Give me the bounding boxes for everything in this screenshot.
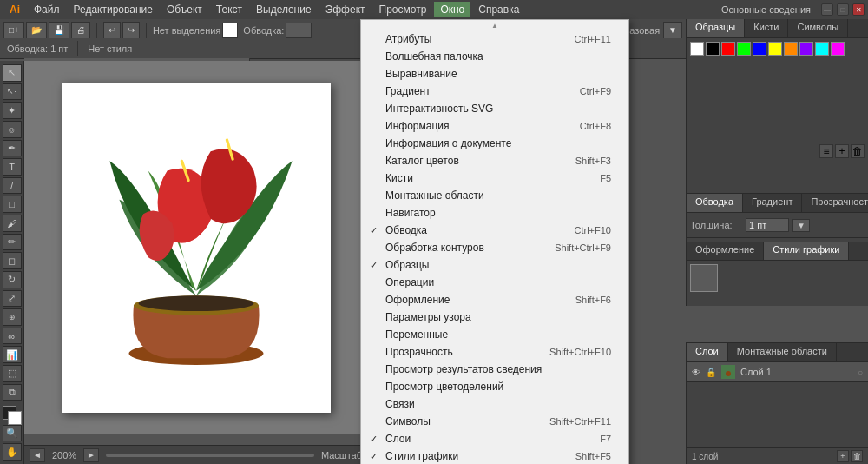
print-button[interactable]: 🖨 [71, 22, 90, 39]
rect-tool[interactable]: □ [3, 196, 22, 213]
pen-tool[interactable]: ✒ [3, 140, 22, 157]
color-swatches[interactable] [3, 406, 22, 422]
swatch-white[interactable] [690, 42, 704, 56]
scale-tool[interactable]: ⤢ [3, 290, 22, 308]
background-color[interactable] [8, 411, 22, 425]
menu-item-brushes[interactable]: Кисти F5 [361, 169, 628, 187]
delete-layer-button[interactable]: 🗑 [851, 450, 863, 462]
tab-obrazcy[interactable]: Образцы [687, 19, 745, 37]
menu-item-graphic-styles[interactable]: Стили графики Shift+F5 [361, 447, 628, 464]
close-button[interactable]: ✕ [852, 3, 865, 16]
menu-item-docinfo[interactable]: Информация о документе [361, 135, 628, 152]
menu-edit[interactable]: Редактирование [68, 2, 159, 17]
tab-layers[interactable]: Слои [687, 343, 728, 361]
new-layer-button[interactable]: + [837, 450, 849, 462]
menu-item-attributes[interactable]: Атрибуты Ctrl+F11 [361, 30, 628, 48]
thickness-dropdown[interactable]: ▼ [792, 219, 810, 232]
menu-item-info[interactable]: Информация Ctrl+F8 [361, 117, 628, 135]
menu-item-magic-wand[interactable]: Волшебная палочка [361, 48, 628, 65]
layer-lock-icon[interactable]: 🔒 [706, 368, 716, 377]
menu-item-separation[interactable]: Просмотр цветоделений [361, 378, 628, 395]
zoom-tool[interactable]: 🔍 [3, 425, 22, 442]
redo-button[interactable]: ↪ [122, 22, 140, 39]
tab-artboards[interactable]: Монтажные области [728, 343, 837, 361]
menu-window[interactable]: Окно [434, 2, 470, 17]
menu-item-swatches[interactable]: Образцы [361, 256, 628, 274]
swatch-yellow[interactable] [768, 42, 782, 56]
lasso-tool[interactable]: ⌾ [3, 121, 22, 138]
menu-item-flattener[interactable]: Просмотр результатов сведения [361, 361, 628, 378]
column-graph-tool[interactable]: 📊 [3, 346, 22, 363]
open-button[interactable]: 📂 [26, 22, 47, 39]
menu-item-svg[interactable]: Интерактивность SVG [361, 100, 628, 117]
menu-ai[interactable]: Ai [3, 2, 26, 17]
save-button[interactable]: 💾 [49, 22, 69, 39]
swatch-black[interactable] [706, 42, 720, 56]
eraser-tool[interactable]: ◻ [3, 252, 22, 269]
menu-item-gradient[interactable]: Градиент Ctrl+F9 [361, 83, 628, 100]
swatch-menu-button[interactable]: ≡ [819, 144, 833, 158]
style-default[interactable] [690, 264, 718, 292]
tab-gradient[interactable]: Градиент [743, 194, 802, 212]
artboard-tool[interactable]: ⬚ [3, 365, 22, 382]
menu-item-appearance[interactable]: Оформление Shift+F6 [361, 291, 628, 308]
swatch-blue[interactable] [753, 42, 766, 56]
zoom-slider[interactable] [106, 454, 314, 457]
zoom-out-button[interactable]: ◄ [30, 448, 45, 462]
menu-item-links[interactable]: Связи [361, 395, 628, 413]
swatch-orange[interactable] [784, 42, 798, 56]
menu-item-stroke[interactable]: Обводка Ctrl+F10 [361, 222, 628, 239]
swatch-cyan[interactable] [815, 42, 829, 56]
layer-row[interactable]: 👁 🔒 Слой 1 ○ [687, 362, 868, 382]
menu-item-symbols[interactable]: Символы Shift+Ctrl+F11 [361, 413, 628, 430]
new-swatch-button[interactable]: + [835, 144, 849, 158]
menu-item-pathfinder[interactable]: Обработка контуров Shift+Ctrl+F9 [361, 239, 628, 256]
menu-help[interactable]: Справка [472, 2, 525, 17]
menu-item-variables[interactable]: Переменные [361, 326, 628, 343]
pencil-tool[interactable]: ✏ [3, 234, 22, 251]
minimize-button[interactable]: — [821, 3, 833, 16]
menu-item-actions[interactable]: Операции [361, 274, 628, 291]
undo-button[interactable]: ↩ [103, 22, 121, 39]
menu-item-transparency[interactable]: Прозрачность Shift+Ctrl+F10 [361, 343, 628, 361]
tab-simvoly[interactable]: Символы [788, 19, 848, 37]
menu-text[interactable]: Текст [210, 2, 248, 17]
puppet-warp-tool[interactable]: ⊕ [3, 308, 22, 326]
blend-tool[interactable]: ∞ [3, 328, 22, 345]
menu-item-align[interactable]: Выравнивание [361, 65, 628, 83]
delete-swatch-button[interactable]: 🗑 [851, 144, 865, 158]
maximize-button[interactable]: □ [837, 3, 849, 16]
type-tool[interactable]: T [3, 158, 22, 176]
menu-item-layers[interactable]: Слои F7 [361, 430, 628, 447]
hand-tool[interactable]: ✋ [3, 443, 22, 461]
paintbrush-tool[interactable]: 🖌 [3, 215, 22, 232]
menu-effect[interactable]: Эффект [319, 2, 372, 17]
tab-design[interactable]: Оформление [687, 242, 764, 260]
menu-view[interactable]: Просмотр [373, 2, 433, 17]
menu-item-pattern[interactable]: Параметры узора [361, 308, 628, 326]
fill-swatch[interactable] [222, 23, 238, 38]
arrange-button[interactable]: ▼ [663, 22, 682, 39]
tab-kisti[interactable]: Кисти [745, 19, 788, 37]
menu-item-colorcat[interactable]: Каталог цветов Shift+F3 [361, 152, 628, 169]
selection-tool[interactable]: ↖ [3, 64, 22, 82]
slice-tool[interactable]: ⧉ [3, 384, 22, 401]
zoom-in-button[interactable]: ► [83, 448, 99, 462]
swatch-purple[interactable] [799, 42, 813, 56]
menu-object[interactable]: Объект [161, 2, 208, 17]
swatch-red[interactable] [721, 42, 735, 56]
swatch-magenta[interactable] [831, 42, 845, 56]
menu-selection[interactable]: Выделение [250, 2, 318, 17]
swatch-green[interactable] [737, 42, 751, 56]
menu-file[interactable]: Файл [28, 2, 66, 17]
tab-transparency[interactable]: Прозрачность [802, 194, 868, 212]
menu-scroll-up[interactable]: ▲ [361, 22, 628, 30]
layer-visibility-toggle[interactable]: 👁 [692, 368, 700, 377]
direct-selection-tool[interactable]: ↖· [3, 83, 22, 101]
new-button[interactable]: □+ [3, 22, 24, 39]
tab-stroke[interactable]: Обводка [687, 194, 743, 212]
magic-wand-tool[interactable]: ✦ [3, 102, 22, 119]
line-tool[interactable]: / [3, 177, 22, 195]
menu-item-navigator[interactable]: Навигатор [361, 204, 628, 222]
thickness-input[interactable] [746, 218, 789, 232]
